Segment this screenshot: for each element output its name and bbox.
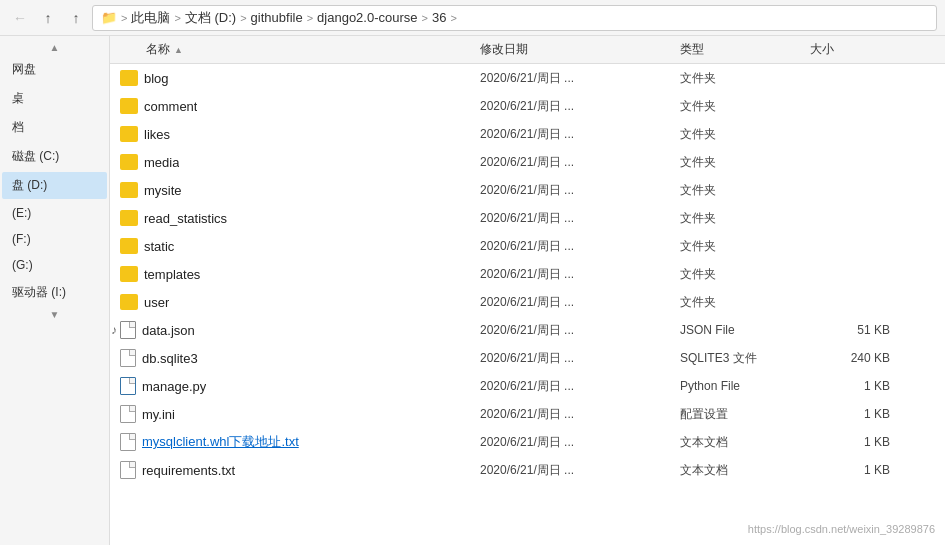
file-name[interactable]: mysqlclient.whl下载地址.txt	[142, 433, 299, 451]
cell-type: 文件夹	[680, 238, 810, 255]
watermark: https://blog.csdn.net/weixin_39289876	[748, 523, 935, 535]
file-name[interactable]: user	[144, 295, 169, 310]
column-header: 名称 ▲ 修改日期 类型 大小	[110, 36, 945, 64]
sidebar-scroll-down[interactable]: ▼	[0, 307, 109, 322]
cell-date: 2020/6/21/周日 ...	[480, 406, 680, 423]
file-name[interactable]: static	[144, 239, 174, 254]
cell-name: manage.py	[110, 377, 480, 395]
sidebar-item-e[interactable]: (E:)	[2, 201, 107, 225]
cell-type: 文件夹	[680, 266, 810, 283]
table-row[interactable]: mysite 2020/6/21/周日 ... 文件夹	[110, 176, 945, 204]
back-button[interactable]: ←	[8, 6, 32, 30]
cell-name: likes	[110, 126, 480, 142]
cell-type: 文件夹	[680, 98, 810, 115]
file-name[interactable]: db.sqlite3	[142, 351, 198, 366]
cell-date: 2020/6/21/周日 ...	[480, 266, 680, 283]
table-row[interactable]: requirements.txt 2020/6/21/周日 ... 文本文档 1…	[110, 456, 945, 484]
cell-name: comment	[110, 98, 480, 114]
file-name[interactable]: read_statistics	[144, 211, 227, 226]
folder-icon	[120, 98, 138, 114]
file-name[interactable]: data.json	[142, 323, 195, 338]
cell-size: 240 KB	[810, 351, 910, 365]
table-row[interactable]: media 2020/6/21/周日 ... 文件夹	[110, 148, 945, 176]
file-name[interactable]: mysite	[144, 183, 182, 198]
table-row[interactable]: read_statistics 2020/6/21/周日 ... 文件夹	[110, 204, 945, 232]
sidebar-item-i[interactable]: 驱动器 (I:)	[2, 279, 107, 306]
ini-icon	[120, 405, 136, 423]
cell-type: 文本文档	[680, 434, 810, 451]
table-row[interactable]: static 2020/6/21/周日 ... 文件夹	[110, 232, 945, 260]
sidebar-item-g[interactable]: (G:)	[2, 253, 107, 277]
address-path[interactable]: 📁 > 此电脑 > 文档 (D:) > githubfile > django2…	[92, 5, 937, 31]
cell-name: db.sqlite3	[110, 349, 480, 367]
sidebar-scroll-up[interactable]: ▲	[0, 40, 109, 55]
col-name-header[interactable]: 名称 ▲	[110, 41, 480, 58]
folder-icon	[120, 238, 138, 254]
folder-icon	[120, 182, 138, 198]
cell-name: media	[110, 154, 480, 170]
cell-date: 2020/6/21/周日 ...	[480, 238, 680, 255]
cell-type: 文件夹	[680, 154, 810, 171]
table-row[interactable]: data.json 2020/6/21/周日 ... JSON File 51 …	[110, 316, 945, 344]
cell-size: 1 KB	[810, 379, 910, 393]
cell-type: 文本文档	[680, 462, 810, 479]
table-row[interactable]: likes 2020/6/21/周日 ... 文件夹	[110, 120, 945, 148]
cell-date: 2020/6/21/周日 ...	[480, 70, 680, 87]
file-name[interactable]: media	[144, 155, 179, 170]
table-row[interactable]: user 2020/6/21/周日 ... 文件夹	[110, 288, 945, 316]
file-name[interactable]: my.ini	[142, 407, 175, 422]
path-documents[interactable]: 文档 (D:)	[185, 9, 236, 27]
cell-type: 文件夹	[680, 210, 810, 227]
table-row[interactable]: templates 2020/6/21/周日 ... 文件夹	[110, 260, 945, 288]
file-name[interactable]: comment	[144, 99, 197, 114]
file-name[interactable]: likes	[144, 127, 170, 142]
col-size-header[interactable]: 大小	[810, 41, 910, 58]
sidebar-item-c[interactable]: 磁盘 (C:)	[2, 143, 107, 170]
path-course[interactable]: django2.0-course	[317, 10, 417, 25]
cell-date: 2020/6/21/周日 ...	[480, 462, 680, 479]
sidebar-item-f[interactable]: (F:)	[2, 227, 107, 251]
cell-date: 2020/6/21/周日 ...	[480, 126, 680, 143]
up-button[interactable]: ↑	[64, 6, 88, 30]
table-row[interactable]: my.ini 2020/6/21/周日 ... 配置设置 1 KB	[110, 400, 945, 428]
file-name[interactable]: requirements.txt	[142, 463, 235, 478]
col-type-header[interactable]: 类型	[680, 41, 810, 58]
cell-size: 1 KB	[810, 407, 910, 421]
cell-name: blog	[110, 70, 480, 86]
col-date-header[interactable]: 修改日期	[480, 41, 680, 58]
table-row[interactable]: manage.py 2020/6/21/周日 ... Python File 1…	[110, 372, 945, 400]
table-row[interactable]: mysqlclient.whl下载地址.txt 2020/6/21/周日 ...…	[110, 428, 945, 456]
cell-date: 2020/6/21/周日 ...	[480, 182, 680, 199]
cell-date: 2020/6/21/周日 ...	[480, 154, 680, 171]
file-list-area: 名称 ▲ 修改日期 类型 大小 blog 2020/6/21/周日 ... 文件…	[110, 36, 945, 545]
file-name[interactable]: blog	[144, 71, 169, 86]
sidebar-item-wangpan[interactable]: 网盘	[2, 56, 107, 83]
table-row[interactable]: blog 2020/6/21/周日 ... 文件夹	[110, 64, 945, 92]
sidebar-item-desktop[interactable]: 桌	[2, 85, 107, 112]
cell-type: 文件夹	[680, 294, 810, 311]
path-computer[interactable]: 此电脑	[131, 9, 170, 27]
sqlite-icon	[120, 349, 136, 367]
cell-date: 2020/6/21/周日 ...	[480, 322, 680, 339]
sidebar-item-docs[interactable]: 档	[2, 114, 107, 141]
file-name[interactable]: manage.py	[142, 379, 206, 394]
file-name[interactable]: templates	[144, 267, 200, 282]
file-rows-container: blog 2020/6/21/周日 ... 文件夹 comment 2020/6…	[110, 64, 945, 484]
path-githubfile[interactable]: githubfile	[251, 10, 303, 25]
cell-name: static	[110, 238, 480, 254]
cell-type: 配置设置	[680, 406, 810, 423]
forward-button[interactable]: ↑	[36, 6, 60, 30]
table-row[interactable]: comment 2020/6/21/周日 ... 文件夹	[110, 92, 945, 120]
sort-arrow: ▲	[174, 45, 183, 55]
file-icon	[120, 461, 136, 479]
cell-size: 51 KB	[810, 323, 910, 337]
python-icon	[120, 377, 136, 395]
sidebar-item-d[interactable]: 盘 (D:)	[2, 172, 107, 199]
path-36[interactable]: 36	[432, 10, 446, 25]
cell-type: SQLITE3 文件	[680, 350, 810, 367]
table-row[interactable]: db.sqlite3 2020/6/21/周日 ... SQLITE3 文件 2…	[110, 344, 945, 372]
cell-name: requirements.txt	[110, 461, 480, 479]
folder-icon	[120, 126, 138, 142]
cell-type: JSON File	[680, 323, 810, 337]
cell-size: 1 KB	[810, 435, 910, 449]
